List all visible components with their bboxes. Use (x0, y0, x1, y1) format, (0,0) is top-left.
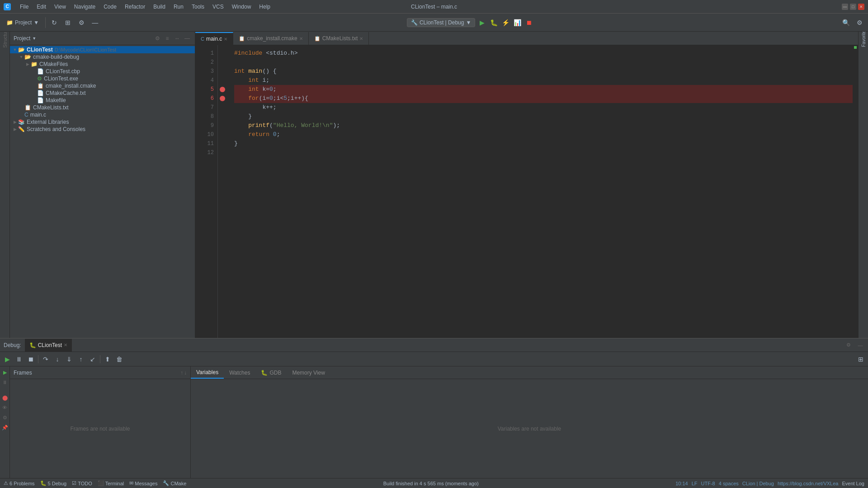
debug-tab-cliontest[interactable]: 🐛 CLionTest ✕ (25, 339, 72, 352)
breakpoint-6[interactable] (220, 96, 225, 101)
debug-clear-btn[interactable]: 🗑 (114, 354, 125, 365)
minimize-panel-icon[interactable]: — (90, 18, 100, 28)
tab-close-cmakelists[interactable]: ✕ (359, 36, 363, 41)
expand-icon[interactable]: ↔ (173, 34, 181, 42)
tree-item-mainc[interactable]: C main.c (10, 111, 195, 118)
settings-gear-icon[interactable]: ⚙ (854, 18, 864, 28)
menu-file[interactable]: File (16, 3, 32, 11)
window-controls[interactable]: — □ ✕ (842, 4, 864, 10)
settings-icon[interactable]: ⚙ (76, 18, 86, 28)
favorites-icon[interactable]: Favorites (859, 33, 868, 42)
status-terminal[interactable]: ⬛ Terminal (98, 480, 124, 486)
status-encoding[interactable]: UTF-8 (701, 481, 715, 486)
menu-bar[interactable]: File Edit View Navigate Code Refactor Bu… (16, 3, 274, 11)
debug-resume-btn[interactable]: ▶ (2, 354, 13, 365)
status-debug[interactable]: 🐛 5 Debug (40, 480, 67, 486)
tab-close-cmake-install[interactable]: ✕ (299, 36, 303, 41)
close-panel-icon[interactable]: — (183, 34, 191, 42)
debug-stop-btn[interactable]: ⏹ (25, 354, 36, 365)
debug-tab-close[interactable]: ✕ (64, 343, 67, 347)
tree-item-cliontest[interactable]: ▼ 📂 CLionTest D:\Mycode\CLion\CLionTest (10, 46, 195, 53)
project-selector[interactable]: 📁 Project ▼ (4, 19, 42, 27)
tab-watches[interactable]: Watches (224, 367, 255, 379)
tab-gdb[interactable]: 🐛 GDB (255, 367, 287, 379)
filter-icon[interactable]: ≡ (163, 34, 171, 42)
debug-run-to-cursor-btn[interactable]: ↙ (87, 354, 98, 365)
status-line-ending[interactable]: LF (692, 481, 698, 486)
debug-step-over-btn[interactable]: ↷ (40, 354, 51, 365)
menu-help[interactable]: Help (255, 3, 274, 11)
cog-icon[interactable]: ⚙ (153, 34, 161, 42)
profile-button[interactable]: 📊 (512, 18, 522, 28)
tab-variables[interactable]: Variables (191, 367, 224, 379)
debug-pause-side-icon[interactable]: ⏸ (1, 378, 9, 386)
debug-layout-btn[interactable]: ⊞ (855, 354, 866, 365)
tab-close-mainc[interactable]: ✕ (224, 37, 227, 42)
status-messages[interactable]: ✉ Messages (129, 480, 157, 486)
project-panel-icons[interactable]: ⚙ ≡ ↔ — (153, 34, 191, 42)
code-editor[interactable]: 1 2 3 4 5 6 7 8 9 10 11 12 (195, 45, 858, 338)
frames-up-arrow[interactable]: ↑ (180, 370, 183, 376)
debug-step-out-btn[interactable]: ↑ (75, 354, 86, 365)
debug-pin-icon[interactable]: 📌 (1, 423, 9, 432)
menu-run[interactable]: Run (170, 3, 187, 11)
split-icon[interactable]: ⊞ (63, 18, 73, 28)
tree-item-makefile-in-build[interactable]: 📄 Makefile (10, 97, 195, 104)
debug-settings-side-icon[interactable]: ⚙ (1, 413, 9, 422)
tab-cmakelists[interactable]: 📋 CMakeLists.txt ✕ (309, 32, 369, 45)
tree-item-cliontest-exe[interactable]: ⚙ CLionTest.exe (10, 75, 195, 82)
sync-icon[interactable]: ↻ (49, 18, 59, 28)
status-cmake[interactable]: 🔧 CMake (163, 480, 186, 486)
menu-build[interactable]: Build (150, 3, 169, 11)
tab-cmake-install[interactable]: 📋 cmake_install.cmake ✕ (233, 32, 308, 45)
debug-evaluate-btn[interactable]: ⬆ (102, 354, 113, 365)
close-button[interactable]: ✕ (858, 4, 864, 10)
debug-force-step-into-btn[interactable]: ⇓ (64, 354, 75, 365)
menu-window[interactable]: Window (228, 3, 255, 11)
debug-step-into-btn[interactable]: ↓ (52, 354, 63, 365)
code-content[interactable]: #include <stdio.h> int main() { int i; i… (227, 45, 853, 338)
tree-item-cmake-build-debug[interactable]: ▼ 📂 cmake-build-debug (10, 53, 195, 61)
status-position[interactable]: 10:14 (675, 481, 688, 486)
debug-breakpoints-icon[interactable]: ⬤ (1, 394, 9, 402)
menu-view[interactable]: View (51, 3, 70, 11)
debug-minimize-icon[interactable]: — (856, 341, 864, 349)
menu-vcs[interactable]: VCS (209, 3, 227, 11)
menu-refactor[interactable]: Refactor (121, 3, 149, 11)
status-indent[interactable]: 4 spaces (719, 481, 739, 486)
minimize-button[interactable]: — (842, 4, 848, 10)
tab-mainc[interactable]: C main.c ✕ (195, 32, 233, 45)
run-button[interactable]: ▶ (477, 18, 487, 28)
tree-item-cmakelists[interactable]: 📋 CMakeLists.txt (10, 104, 195, 111)
coverage-button[interactable]: ⚡ (500, 18, 510, 28)
run-configuration[interactable]: 🔧 CLionTest | Debug ▼ (407, 18, 475, 27)
tab-memory-view[interactable]: Memory View (287, 367, 330, 379)
tree-item-cmakecache[interactable]: 📄 CMakeCache.txt (10, 89, 195, 97)
debug-resume-side-icon[interactable]: ▶ (1, 368, 9, 376)
search-everywhere-icon[interactable]: 🔍 (841, 18, 851, 28)
debug-frames-arrows[interactable]: ↑ ↓ (180, 370, 187, 376)
menu-edit[interactable]: Edit (33, 3, 50, 11)
stop-button[interactable]: ⏹ (524, 18, 534, 28)
maximize-button[interactable]: □ (850, 4, 856, 10)
tree-item-cmakefiles[interactable]: ▶ 📁 CMakeFiles (10, 61, 195, 68)
status-event-log[interactable]: Event Log (842, 481, 864, 486)
debug-button[interactable]: 🐛 (489, 18, 499, 28)
status-todo[interactable]: ☑ TODO (72, 480, 92, 486)
menu-navigate[interactable]: Navigate (71, 3, 99, 11)
menu-tools[interactable]: Tools (188, 3, 208, 11)
status-url[interactable]: https://blog.csdn.net/VXLea (778, 481, 839, 486)
structure-toggle[interactable]: Structure (1, 33, 9, 42)
breakpoint-5[interactable] (220, 87, 225, 92)
debug-pause-btn[interactable]: ⏸ (14, 354, 24, 365)
tree-item-external-libs[interactable]: ▶ 📚 External Libraries (10, 118, 195, 126)
frames-down-arrow[interactable]: ↓ (184, 370, 187, 376)
tree-item-cmake-install[interactable]: 📋 cmake_install.cmake (10, 82, 195, 89)
tree-item-scratches[interactable]: ▶ ✏️ Scratches and Consoles (10, 126, 195, 133)
debug-watches-icon[interactable]: 👁 (1, 404, 9, 412)
menu-code[interactable]: Code (100, 3, 120, 11)
status-problems[interactable]: ⚠ 6 Problems (4, 480, 35, 486)
status-branch[interactable]: CLion | Debug (742, 481, 774, 486)
debug-settings-icon[interactable]: ⚙ (844, 341, 853, 349)
tree-item-cliontest-cbp[interactable]: 📄 CLionTest.cbp (10, 68, 195, 75)
